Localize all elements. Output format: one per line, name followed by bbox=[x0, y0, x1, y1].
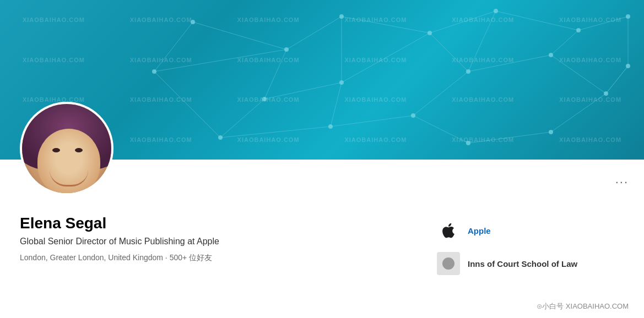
avatar bbox=[20, 102, 113, 195]
svg-point-29 bbox=[191, 20, 195, 24]
svg-line-0 bbox=[193, 22, 286, 50]
svg-line-9 bbox=[264, 83, 342, 99]
svg-line-2 bbox=[342, 17, 430, 33]
avatar-smile bbox=[50, 170, 88, 187]
profile-info-left: Elena Segal Global Senior Director of Mu… bbox=[20, 209, 393, 307]
profile-location: London, Greater London, United Kingdom ·… bbox=[20, 252, 393, 264]
svg-point-42 bbox=[626, 64, 630, 68]
profile-experience: Apple Inns of Court School of Law bbox=[437, 209, 624, 307]
profile-title: Global Senior Director of Music Publishi… bbox=[20, 235, 393, 248]
svg-point-31 bbox=[339, 14, 344, 19]
svg-line-23 bbox=[551, 94, 606, 132]
svg-point-35 bbox=[626, 14, 630, 19]
svg-line-13 bbox=[551, 30, 578, 55]
svg-line-10 bbox=[342, 33, 430, 83]
profile-name: Elena Segal bbox=[20, 215, 393, 232]
svg-line-18 bbox=[331, 83, 342, 127]
svg-point-46 bbox=[466, 141, 470, 145]
svg-line-8 bbox=[264, 50, 286, 99]
svg-point-45 bbox=[411, 113, 415, 118]
svg-line-28 bbox=[606, 66, 628, 94]
svg-point-30 bbox=[284, 47, 289, 52]
svg-line-12 bbox=[468, 55, 551, 72]
svg-point-38 bbox=[339, 80, 344, 85]
svg-line-26 bbox=[468, 11, 496, 72]
svg-point-41 bbox=[604, 91, 608, 96]
svg-point-32 bbox=[427, 31, 432, 35]
profile-card: XIAOBAIHAO.COM XIAOBAIHAO.COM XIAOBAIHAO… bbox=[0, 0, 644, 318]
svg-line-25 bbox=[154, 72, 220, 138]
avatar-eye-right bbox=[75, 148, 83, 152]
school-icon bbox=[437, 252, 460, 275]
svg-point-44 bbox=[328, 124, 333, 129]
more-options-button[interactable]: ··· bbox=[615, 175, 629, 189]
svg-line-4 bbox=[496, 11, 578, 30]
apple-company-name[interactable]: Apple bbox=[468, 226, 491, 235]
svg-line-19 bbox=[331, 116, 413, 127]
svg-line-16 bbox=[220, 99, 264, 138]
school-dot-icon bbox=[442, 257, 454, 270]
svg-line-14 bbox=[551, 55, 606, 94]
svg-point-40 bbox=[549, 53, 553, 57]
avatar-eye-left bbox=[52, 148, 60, 152]
school-name[interactable]: Inns of Court School of Law bbox=[468, 259, 577, 268]
svg-line-1 bbox=[286, 17, 342, 50]
svg-point-36 bbox=[152, 69, 156, 74]
svg-line-20 bbox=[413, 72, 468, 116]
experience-item-apple[interactable]: Apple bbox=[437, 219, 624, 242]
svg-point-34 bbox=[576, 28, 581, 32]
apple-icon bbox=[437, 219, 460, 242]
svg-line-6 bbox=[154, 22, 193, 72]
svg-line-17 bbox=[220, 127, 331, 138]
svg-point-47 bbox=[549, 130, 553, 134]
experience-item-inns[interactable]: Inns of Court School of Law bbox=[437, 252, 624, 275]
svg-point-39 bbox=[466, 69, 470, 74]
svg-line-21 bbox=[413, 116, 468, 143]
svg-line-3 bbox=[430, 11, 496, 33]
svg-point-43 bbox=[218, 135, 223, 140]
svg-point-33 bbox=[494, 9, 498, 13]
svg-line-11 bbox=[430, 33, 468, 72]
svg-line-7 bbox=[154, 50, 286, 72]
svg-line-5 bbox=[578, 17, 628, 30]
svg-line-22 bbox=[468, 132, 551, 143]
svg-point-37 bbox=[262, 97, 267, 101]
avatar-face bbox=[22, 104, 111, 193]
bottom-watermark: ⊙小白号 XIAOBAIHAO.COM bbox=[537, 301, 629, 311]
